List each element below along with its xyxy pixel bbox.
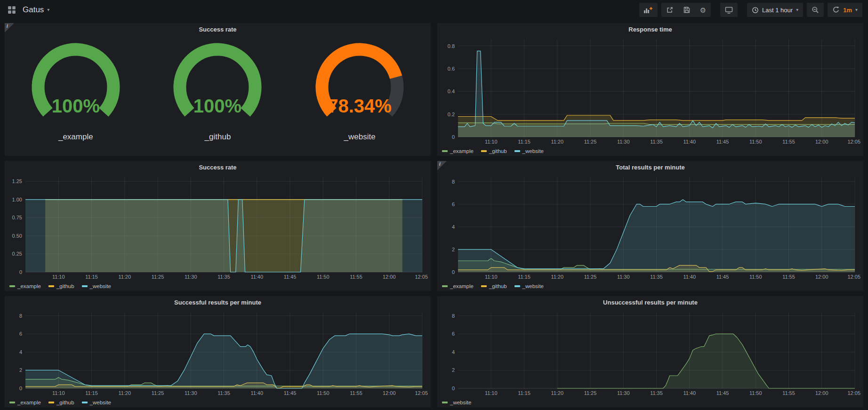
legend-swatch (514, 150, 520, 152)
svg-text:11:40: 11:40 (250, 274, 263, 280)
dashboards-grid-icon[interactable] (6, 4, 18, 16)
caret-down-icon: ▾ (47, 8, 49, 12)
svg-text:11:30: 11:30 (617, 390, 630, 396)
series-fill-_website (458, 200, 855, 272)
svg-text:11:45: 11:45 (284, 274, 297, 280)
legend-item-_example[interactable]: _example (9, 283, 41, 289)
legend-swatch (442, 285, 448, 287)
legend-item-_website[interactable]: _website (514, 283, 544, 289)
settings-button[interactable]: ⚙ (695, 3, 711, 17)
legend-item-_website[interactable]: _website (82, 283, 111, 289)
chart-svg: 11:1011:1511:2011:2511:3011:3511:4011:45… (439, 35, 861, 146)
legend-swatch (442, 402, 448, 403)
legend-swatch (481, 285, 487, 287)
svg-text:11:45: 11:45 (716, 274, 729, 280)
svg-text:11:35: 11:35 (650, 139, 663, 145)
panel-title[interactable]: Response time (437, 23, 863, 35)
legend-label: _github (56, 283, 74, 289)
svg-text:11:25: 11:25 (152, 390, 164, 396)
svg-text:11:35: 11:35 (217, 274, 230, 280)
svg-text:11:10: 11:10 (485, 139, 498, 145)
legend-label: _github (56, 400, 74, 405)
panel-title[interactable]: Success rate (5, 23, 431, 35)
panel-title-text: Total results per minute (616, 164, 684, 171)
chart-body: 11:1011:1511:2011:2511:3011:3511:4011:45… (5, 173, 431, 291)
gauges-row: 100%_example100%_github78.34%_website (5, 35, 431, 156)
svg-text:11:15: 11:15 (85, 390, 98, 396)
dashboard-title-dropdown[interactable]: Gatus ▾ (23, 5, 49, 15)
legend-item-_github[interactable]: _github (48, 283, 74, 289)
share-button[interactable] (661, 3, 678, 17)
navbar-left: Gatus ▾ (6, 4, 49, 16)
zoom-out-button[interactable] (807, 3, 824, 17)
gauge-value: 78.34% (328, 96, 392, 116)
panel-info-corner[interactable]: i (5, 23, 14, 32)
panel-title[interactable]: Successful results per minute (5, 296, 431, 308)
svg-text:11:15: 11:15 (518, 274, 530, 280)
panel-successful-results: Successful results per minute 11:1011:15… (4, 296, 431, 408)
share-icon (666, 6, 674, 14)
add-panel-icon (644, 7, 653, 14)
chart-legend: _website (439, 398, 861, 407)
unsuccessful-results-chart[interactable]: 11:1011:1511:2011:2511:3011:3511:4011:45… (439, 308, 861, 398)
svg-text:11:55: 11:55 (350, 390, 362, 396)
response-time-chart[interactable]: 11:1011:1511:2011:2511:3011:3511:4011:45… (439, 35, 861, 146)
total-results-chart[interactable]: 11:1011:1511:2011:2511:3011:3511:4011:45… (439, 173, 861, 281)
svg-text:0: 0 (452, 134, 455, 140)
legend-item-_github[interactable]: _github (481, 283, 507, 289)
svg-text:11:45: 11:45 (716, 390, 729, 396)
refresh-picker[interactable]: 1m ▾ (828, 3, 862, 17)
svg-text:2: 2 (19, 367, 22, 373)
legend-label: _website (90, 283, 111, 289)
panel-unsuccessful-results: Unsuccessful results per minute 11:1011:… (437, 296, 864, 408)
svg-text:0: 0 (19, 269, 22, 275)
time-range-picker[interactable]: Last 1 hour ▾ (747, 3, 803, 17)
svg-text:8: 8 (452, 313, 455, 319)
svg-text:11:35: 11:35 (650, 274, 663, 280)
panel-title[interactable]: Success rate (5, 161, 431, 173)
legend-item-_website[interactable]: _website (82, 400, 111, 405)
add-panel-button[interactable] (639, 3, 658, 17)
svg-text:12:05: 12:05 (415, 390, 428, 396)
gauge-label: _website (344, 132, 376, 142)
chart-svg: 11:1011:1511:2011:2511:3011:3511:4011:45… (439, 308, 861, 398)
svg-text:11:20: 11:20 (118, 274, 131, 280)
panel-title[interactable]: Unsuccessful results per minute (437, 296, 863, 308)
svg-text:11:40: 11:40 (683, 390, 696, 396)
svg-text:0.6: 0.6 (448, 66, 455, 72)
legend-swatch (48, 285, 54, 287)
success-rate-chart[interactable]: 11:1011:1511:2011:2511:3011:3511:4011:45… (7, 173, 429, 281)
panel-title[interactable]: Total results per minute (437, 161, 863, 173)
svg-text:0.4: 0.4 (448, 88, 455, 94)
legend-label: _website (522, 283, 544, 289)
chart-body: 11:1011:1511:2011:2511:3011:3511:4011:45… (437, 35, 863, 156)
legend-item-_example[interactable]: _example (442, 148, 474, 154)
panel-info-corner[interactable]: i (437, 161, 447, 170)
svg-text:11:45: 11:45 (716, 139, 729, 145)
legend-item-_github[interactable]: _github (48, 400, 74, 405)
legend-item-_website[interactable]: _website (442, 400, 471, 405)
grid-icon (8, 6, 16, 14)
svg-text:4: 4 (19, 349, 22, 355)
svg-text:11:55: 11:55 (350, 274, 362, 280)
svg-text:1.00: 1.00 (12, 197, 22, 202)
svg-text:12:00: 12:00 (383, 390, 396, 396)
svg-text:4: 4 (452, 224, 455, 230)
tv-mode-button[interactable] (720, 3, 738, 17)
successful-results-chart[interactable]: 11:1011:1511:2011:2511:3011:3511:4011:45… (7, 308, 429, 398)
save-button[interactable] (678, 3, 695, 17)
legend-item-_example[interactable]: _example (442, 283, 474, 289)
svg-text:0: 0 (452, 269, 455, 275)
svg-text:11:30: 11:30 (617, 274, 630, 280)
gauge-arc: 100% (159, 41, 276, 131)
dashboard-grid: i Success rate 100%_example100%_github78… (0, 20, 868, 408)
legend-swatch (9, 402, 15, 403)
legend-item-_website[interactable]: _website (514, 148, 544, 154)
svg-text:11:10: 11:10 (52, 390, 65, 396)
legend-item-_example[interactable]: _example (9, 400, 41, 405)
svg-text:11:20: 11:20 (551, 274, 563, 280)
legend-item-_github[interactable]: _github (481, 148, 507, 154)
svg-text:11:20: 11:20 (551, 139, 563, 145)
legend-swatch (442, 150, 448, 152)
svg-text:0.2: 0.2 (448, 112, 455, 117)
